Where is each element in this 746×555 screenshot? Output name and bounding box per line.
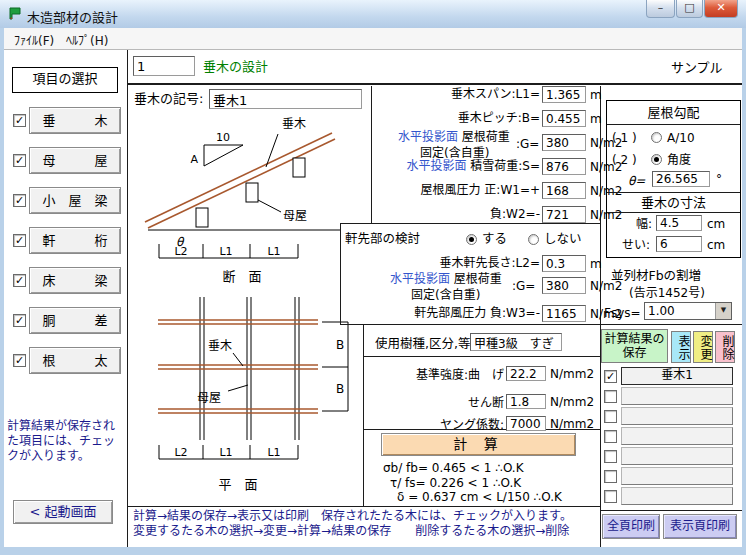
theta-field[interactable] xyxy=(652,171,710,187)
print-all-button[interactable]: 全頁印刷 xyxy=(602,514,660,539)
checkbox-eave-girder[interactable]: ✓ xyxy=(13,234,26,247)
eave-length-unit: m xyxy=(590,257,602,271)
wood-species-field[interactable] xyxy=(470,333,562,351)
eave-wind-label: 軒先部風圧力 負:W3=- xyxy=(373,306,540,320)
rafter-label: 垂木 xyxy=(282,117,306,131)
eave-dead-label-line1: 水平投影面 屋根荷重 xyxy=(390,272,502,286)
saved-item-checkbox[interactable] xyxy=(604,450,617,463)
saved-item-checkbox[interactable] xyxy=(604,410,617,423)
saved-item-slot[interactable] xyxy=(621,467,733,485)
symbol-label: 垂木の記号: xyxy=(134,92,203,106)
saved-item-slot[interactable] xyxy=(621,487,733,505)
divider xyxy=(363,356,600,357)
radio-slope-angle-label[interactable]: 角度 xyxy=(667,153,691,167)
bend-strength-unit: N/mm2 xyxy=(550,367,594,381)
delete-button[interactable]: 削除 xyxy=(715,331,735,363)
radio-slope-angle[interactable] xyxy=(651,154,662,165)
checkbox-girth[interactable]: ✓ xyxy=(13,314,26,327)
divider xyxy=(600,324,742,325)
sidebar-item-floor-beam[interactable]: 床 梁 xyxy=(29,267,121,294)
radio-slope-ratio[interactable] xyxy=(651,132,662,143)
divider xyxy=(607,212,740,213)
saved-item-checkbox[interactable] xyxy=(604,490,617,503)
sidebar-item-girth[interactable]: 胴 差 xyxy=(29,307,121,334)
check-mark: ✓ xyxy=(14,155,25,166)
checkbox-purlin[interactable]: ✓ xyxy=(13,154,26,167)
show-button[interactable]: 表示 xyxy=(671,331,691,363)
sidebar-item-purlin[interactable]: 母 屋 xyxy=(29,147,121,174)
young-modulus-label: ヤング係数: xyxy=(375,418,504,432)
plan-rafter-label: 垂木 xyxy=(208,339,232,353)
save-results-button[interactable]: 計算結果の保存 xyxy=(601,329,668,363)
radio-eave-yes[interactable] xyxy=(466,234,477,245)
symbol-field[interactable] xyxy=(209,89,362,109)
section-caption: 断 面 xyxy=(222,269,261,284)
width-field[interactable] xyxy=(656,215,702,231)
dead-load-label-line1: 水平投影面 屋根荷重 xyxy=(398,130,510,144)
saved-item-checkbox[interactable] xyxy=(604,390,617,403)
rafter-size-title: 垂木の寸法 xyxy=(606,196,741,210)
depth-field[interactable] xyxy=(656,236,702,252)
saved-item-slot[interactable] xyxy=(621,427,733,445)
roof-slope-title: 屋根勾配 xyxy=(606,106,741,120)
page-number-field[interactable] xyxy=(133,56,195,76)
radio-eave-yes-label[interactable]: する xyxy=(482,232,507,246)
saved-item-rafter1[interactable]: 垂木1 xyxy=(621,367,733,385)
snow-load-field[interactable] xyxy=(542,158,586,175)
saved-item-checkbox[interactable]: ✓ xyxy=(604,370,617,383)
wind-neg-field[interactable] xyxy=(542,206,586,223)
theta-eq-label: θ= xyxy=(628,174,645,188)
chevron-down-icon[interactable]: ▼ xyxy=(715,303,731,319)
wood-species-label: 使用樹種,区分,等級 xyxy=(375,337,483,351)
snow-label: 積雪荷重:S= xyxy=(470,159,540,173)
radio-eave-no[interactable] xyxy=(528,234,539,245)
change-button[interactable]: 変更 xyxy=(693,331,713,363)
checkbox-rafter[interactable]: ✓ xyxy=(13,114,26,127)
wind-pos-label: 屋根風圧力 正:W1=+ xyxy=(380,183,540,197)
checkbox-roof-beam[interactable]: ✓ xyxy=(13,194,26,207)
pitch-field[interactable] xyxy=(542,110,586,127)
young-modulus-unit: N/mm2 xyxy=(550,417,594,431)
radio-slope-ratio-label[interactable]: A/10 xyxy=(667,131,695,145)
menu-file[interactable]: ﾌｧｲﾙ(F) xyxy=(14,31,54,48)
sidebar-item-rafter[interactable]: 垂 木 xyxy=(29,107,121,134)
eave-wind-field[interactable] xyxy=(542,305,586,322)
checkbox-joist[interactable]: ✓ xyxy=(13,354,26,367)
fsys-label: Fsys= xyxy=(604,306,641,320)
eave-length-label: 垂木軒先長さ:L2= xyxy=(378,256,540,270)
maximize-icon[interactable]: □ xyxy=(676,0,703,18)
print-page-button[interactable]: 表示頁印刷 xyxy=(663,514,737,539)
sidebar-item-eave-girder[interactable]: 軒 桁 xyxy=(29,227,121,254)
plan-dim-l1a: L1 xyxy=(219,446,232,459)
fsys-dropdown[interactable]: 1.00 ▼ xyxy=(644,302,732,320)
checkbox-floor-beam[interactable]: ✓ xyxy=(13,274,26,287)
result-shear: τ/ fs= 0.226 < 1 ∴O.K xyxy=(390,476,521,490)
span-field[interactable] xyxy=(542,86,586,103)
menu-help[interactable]: ﾍﾙﾌﾟ(H) xyxy=(66,31,108,48)
dead-load-field[interactable] xyxy=(542,134,586,151)
saved-item-slot[interactable] xyxy=(621,447,733,465)
eave-dead-field[interactable] xyxy=(542,277,586,294)
bend-strength-label: 基準強度:曲 げ xyxy=(375,368,504,382)
saved-item-slot[interactable] xyxy=(621,407,733,425)
check-mark: ✓ xyxy=(14,195,25,206)
back-to-start-button[interactable]: < 起動画面 xyxy=(13,500,113,524)
shear-strength-field[interactable] xyxy=(506,394,546,409)
saved-item-slot[interactable] xyxy=(621,387,733,405)
saved-item-checkbox[interactable] xyxy=(604,430,617,443)
calculate-button[interactable]: 計 算 xyxy=(381,433,576,456)
check-mark: ✓ xyxy=(14,235,25,246)
close-icon[interactable]: ✕ xyxy=(704,0,738,18)
wind-pos-field[interactable] xyxy=(542,182,586,199)
plan-rafter-lines xyxy=(158,320,318,413)
shear-strength-label: せん断 xyxy=(375,396,504,410)
eave-length-field[interactable] xyxy=(542,255,586,272)
sidebar-item-joist[interactable]: 根 太 xyxy=(29,347,121,374)
young-modulus-field[interactable] xyxy=(506,416,546,431)
radio-eave-no-label[interactable]: しない xyxy=(544,232,582,246)
bend-strength-field[interactable] xyxy=(506,366,546,381)
plan-caption: 平 面 xyxy=(218,477,257,492)
saved-item-checkbox[interactable] xyxy=(604,470,617,483)
sidebar-item-roof-beam[interactable]: 小 屋 梁 xyxy=(29,187,121,214)
minimize-icon[interactable]: – xyxy=(646,0,675,18)
